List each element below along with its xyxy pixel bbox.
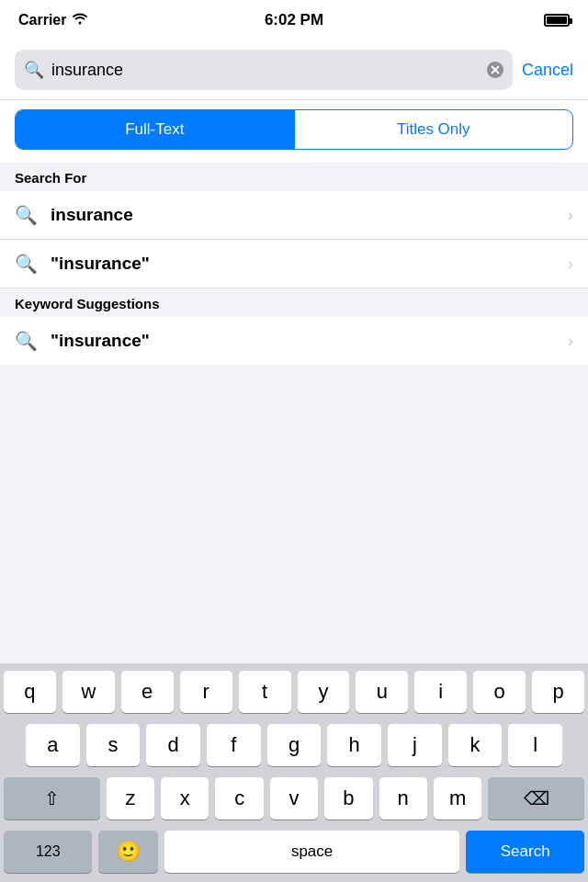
key-h[interactable]: h: [327, 724, 381, 766]
key-l[interactable]: l: [508, 724, 562, 766]
chevron-icon-2: ›: [568, 254, 573, 274]
key-c[interactable]: c: [215, 777, 263, 820]
carrier-wifi: Carrier: [18, 12, 88, 28]
key-q[interactable]: q: [4, 671, 56, 713]
key-k[interactable]: k: [448, 724, 503, 766]
chevron-icon-1: ›: [568, 206, 573, 225]
keyboard-row-4: 123 🙂 space Search: [0, 823, 588, 882]
numbers-key[interactable]: 123: [4, 831, 92, 873]
key-s[interactable]: s: [86, 724, 141, 766]
search-mag-icon: 🔍: [24, 60, 44, 80]
clear-button[interactable]: [487, 62, 503, 78]
result-row[interactable]: 🔍 "insurance" ›: [0, 317, 588, 365]
keyboard-row-1: q w e r t y u i o p: [0, 663, 588, 717]
keyboard-row-2: a s d f g h j k l: [0, 717, 588, 770]
key-t[interactable]: t: [239, 671, 291, 713]
delete-key[interactable]: ⌫: [488, 777, 584, 820]
chevron-icon-3: ›: [568, 332, 573, 351]
search-key[interactable]: Search: [466, 831, 584, 873]
key-a[interactable]: a: [26, 724, 80, 766]
key-v[interactable]: v: [270, 777, 318, 820]
key-d[interactable]: d: [146, 724, 200, 766]
key-f[interactable]: f: [207, 724, 261, 766]
search-result-icon-3: 🔍: [15, 330, 38, 352]
titlesonly-segment-button[interactable]: Titles Only: [295, 110, 573, 149]
key-m[interactable]: m: [434, 777, 481, 820]
result-row[interactable]: 🔍 insurance ›: [0, 191, 588, 240]
keyword-suggestions-header: Keyword Suggestions: [0, 288, 588, 317]
key-p[interactable]: p: [532, 671, 584, 713]
key-g[interactable]: g: [267, 724, 322, 766]
keyboard: q w e r t y u i o p a s d f g h j k l ⇧ …: [0, 663, 588, 882]
shift-key[interactable]: ⇧: [4, 777, 100, 820]
result-text-2: "insurance": [51, 254, 555, 274]
key-o[interactable]: o: [473, 671, 526, 713]
key-w[interactable]: w: [62, 671, 115, 713]
key-y[interactable]: y: [298, 671, 350, 713]
segmented-inner: Full-Text Titles Only: [15, 109, 573, 150]
result-text-1: insurance: [51, 205, 555, 225]
battery-icon: [544, 14, 570, 27]
key-n[interactable]: n: [379, 777, 427, 820]
key-r[interactable]: r: [180, 671, 232, 713]
wifi-icon: [72, 12, 88, 28]
search-result-icon-2: 🔍: [15, 253, 38, 275]
fulltext-segment-button[interactable]: Full-Text: [16, 110, 294, 149]
search-result-icon-1: 🔍: [15, 204, 38, 226]
key-b[interactable]: b: [324, 777, 372, 820]
result-text-3: "insurance": [51, 331, 555, 351]
key-j[interactable]: j: [388, 724, 442, 766]
carrier-label: Carrier: [18, 12, 66, 28]
search-input-wrapper[interactable]: 🔍: [15, 50, 513, 90]
search-for-header: Search For: [0, 163, 588, 191]
keyboard-row-3: ⇧ z x c v b n m ⌫: [0, 770, 588, 823]
battery-area: [544, 14, 570, 27]
search-input[interactable]: [51, 61, 480, 80]
key-u[interactable]: u: [356, 671, 408, 713]
status-time: 6:02 PM: [265, 11, 323, 29]
cancel-button[interactable]: Cancel: [522, 61, 573, 80]
segmented-control: Full-Text Titles Only: [0, 100, 588, 163]
emoji-key[interactable]: 🙂: [98, 831, 157, 873]
status-bar: Carrier 6:02 PM: [0, 0, 588, 40]
space-key[interactable]: space: [164, 831, 460, 873]
search-bar: 🔍 Cancel: [0, 40, 588, 100]
key-x[interactable]: x: [161, 777, 209, 820]
key-i[interactable]: i: [414, 671, 467, 713]
key-e[interactable]: e: [121, 671, 174, 713]
key-z[interactable]: z: [107, 777, 154, 820]
result-row[interactable]: 🔍 "insurance" ›: [0, 240, 588, 288]
results-area: Search For 🔍 insurance › 🔍 "insurance" ›…: [0, 163, 588, 365]
